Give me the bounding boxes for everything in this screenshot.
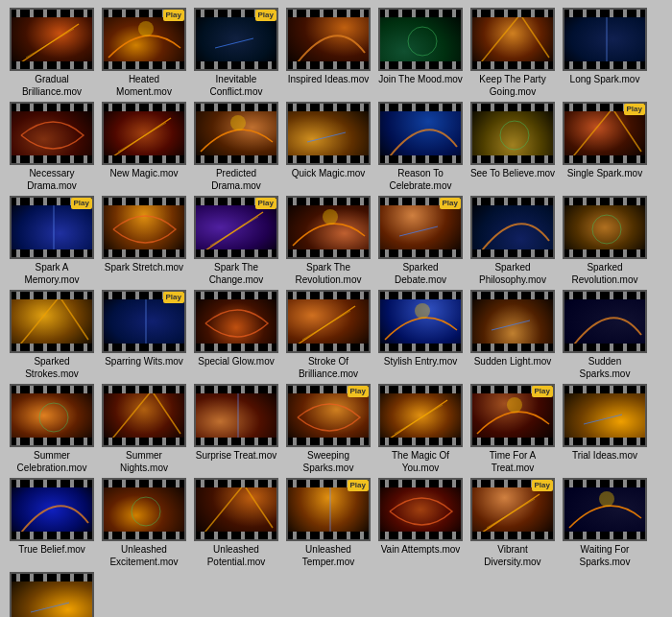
list-item[interactable]: Quick Magic.mov [284,102,372,192]
list-item[interactable]: PlaySweeping Sparks.mov [284,384,372,474]
list-item[interactable]: Stroke Of Brilliance.mov [284,290,372,380]
thumbnail [288,104,369,163]
list-item[interactable]: True Belief.mov [8,478,96,568]
list-item[interactable]: Spark Stretch.mov [100,196,188,286]
list-item[interactable]: Predicted Drama.mov [192,102,280,192]
thumb-wrapper [378,478,463,541]
list-item[interactable]: PlayHeated Moment.mov [100,8,188,98]
filmstrip [470,8,555,71]
list-item[interactable]: PlayTime For A Treat.mov [468,384,557,474]
play-badge[interactable]: Play [255,10,276,21]
thumbnail [12,574,92,617]
thumbnail [564,386,645,445]
thumbnail [380,10,461,69]
list-item[interactable]: Sparked Philosophy.mov [468,196,557,286]
item-label: See To Believe.mov [470,167,555,179]
filmstrip [563,478,647,541]
item-label: Spark The Revolution.mov [285,261,372,286]
play-badge[interactable]: Play [532,386,553,397]
play-badge[interactable]: Play [624,104,645,115]
list-item[interactable]: PlaySpark The Change.mov [192,196,280,286]
list-item[interactable]: Keep The Party Going.mov [468,8,557,98]
thumbnail [380,104,461,163]
thumbnail [12,480,92,539]
list-item[interactable]: Join The Mood.mov [376,8,465,98]
play-badge[interactable]: Play [71,198,92,209]
thumbnail [12,386,92,445]
play-badge[interactable]: Play [163,292,184,303]
thumbnail [564,480,645,539]
item-label: New Magic.mov [109,167,178,179]
list-item[interactable]: Inspired Ideas.mov [284,8,372,98]
thumb-wrapper [470,8,555,71]
item-label: Predicted Drama.mov [193,167,279,192]
list-item[interactable]: Gradual Brilliance.mov [8,8,96,98]
item-label: Spark Stretch.mov [105,261,183,273]
list-item[interactable]: Long Spark.mov [561,8,649,98]
item-label: Reason To Celebrate.mov [377,167,464,192]
item-label: Spark A Memory.mov [9,261,95,286]
list-item[interactable]: Sudden Light.mov [468,290,557,380]
list-item[interactable]: Sudden Sparks.mov [561,290,649,380]
thumb-wrapper: Play [102,290,186,353]
list-item[interactable]: PlaySparked Debate.mov [376,196,465,286]
svg-line-31 [487,499,535,528]
list-item[interactable]: PlaySingle Spark.mov [561,102,649,192]
thumb-wrapper [10,102,94,165]
item-label: Join The Mood.mov [378,73,463,85]
list-item[interactable]: Vain Attempts.mov [376,478,465,568]
play-badge[interactable]: Play [348,386,369,397]
list-item[interactable]: PlayUnleashed Temper.mov [284,478,372,568]
svg-line-15 [399,226,438,236]
list-item[interactable]: Summer Celebration.mov [8,384,96,474]
list-item[interactable]: Unleashed Excitement.mov [100,478,188,568]
list-item[interactable]: New Magic.mov [100,102,188,192]
list-item[interactable]: Unleashed Potential.mov [192,478,280,568]
filmstrip [194,102,278,165]
list-item[interactable]: Spark The Revolution.mov [284,196,372,286]
list-item[interactable]: Sparked Strokes.mov [8,290,96,380]
list-item[interactable]: Sparked Revolution.mov [561,196,649,286]
svg-point-28 [132,497,160,526]
list-item[interactable]: Stylish Entry.mov [376,290,465,380]
filmstrip [10,384,94,447]
list-item[interactable]: Surprise Treat.mov [192,384,280,474]
thumb-wrapper [563,384,647,447]
item-label: Vain Attempts.mov [381,543,461,556]
list-item[interactable]: PlaySparring Wits.mov [100,290,188,380]
list-item[interactable]: Waiting For Sparks.mov [561,478,649,568]
filmstrip [470,290,555,353]
filmstrip [563,196,647,259]
list-item[interactable]: See To Believe.mov [468,102,557,192]
play-badge[interactable]: Play [348,480,369,491]
thumb-wrapper: Play [102,8,186,71]
filmstrip [470,196,555,259]
thumb-wrapper: Play [470,384,555,447]
filmstrip [194,478,278,541]
list-item[interactable]: The Magic Of You.mov [376,384,465,474]
list-item[interactable]: Summer Nights.mov [100,384,188,474]
list-item[interactable]: Trial Ideas.mov [561,384,649,474]
list-item[interactable]: Reason To Celebrate.mov [376,102,465,192]
play-badge[interactable]: Play [440,198,461,209]
play-badge[interactable]: Play [532,480,553,491]
item-label: Summer Celebration.mov [9,449,95,474]
list-item[interactable]: Special Glow.mov [192,290,280,380]
svg-point-14 [323,209,338,225]
thumb-wrapper [194,290,278,353]
thumbnail [288,292,369,351]
thumbnail [564,10,645,69]
thumb-wrapper [10,384,94,447]
filmstrip [470,102,555,165]
svg-line-9 [307,132,346,142]
play-badge[interactable]: Play [163,10,184,21]
play-badge[interactable]: Play [255,198,276,209]
list-item[interactable]: Watch Sparks [8,572,96,617]
list-item[interactable]: PlayVibrant Diversity.mov [468,478,557,568]
list-item[interactable]: PlaySpark A Memory.mov [8,196,96,286]
thumb-wrapper [563,196,647,259]
svg-line-25 [395,405,443,434]
list-item[interactable]: Necessary Drama.mov [8,102,96,192]
thumbnail [12,104,92,163]
list-item[interactable]: PlayInevitable Conflict.mov [192,8,280,98]
